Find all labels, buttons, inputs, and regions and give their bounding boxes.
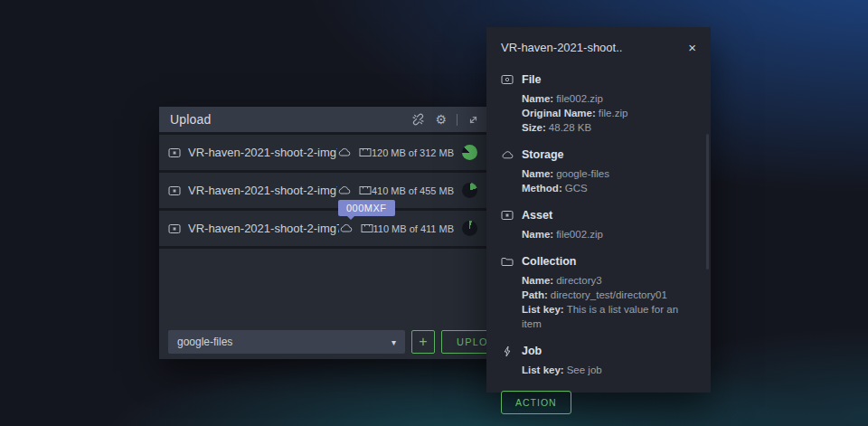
detail-panel-title: VR-haven-2021-shoot.. — [501, 41, 622, 54]
detail-panel: VR-haven-2021-shoot.. × File Name:file00… — [486, 27, 711, 393]
detail-field: Path:directory_test/directory01 — [501, 288, 696, 302]
section-header: Storage — [501, 148, 696, 161]
chevron-down-icon: ▾ — [392, 337, 396, 347]
file-name: VR-haven-2021-shoot-2-img7... — [188, 222, 339, 235]
progress-text: 110 MB of 411 MB — [373, 223, 454, 234]
expand-icon[interactable] — [467, 114, 479, 126]
detail-field: List key:This is a list value for an ite… — [501, 302, 696, 331]
tape-icon[interactable] — [361, 223, 373, 233]
section-header: Collection — [501, 255, 696, 268]
unlink-icon[interactable] — [411, 113, 425, 126]
progress-pie-icon — [462, 221, 477, 236]
section-header: Job — [501, 345, 696, 357]
section-file: File Name:file002.zip Original Name:file… — [501, 73, 696, 135]
cloud-icon[interactable] — [337, 185, 351, 195]
format-tooltip: 000MXF — [338, 200, 395, 216]
gear-icon[interactable]: ⚙ — [435, 113, 447, 126]
upload-panel: Upload ⚙ — [159, 107, 517, 359]
upload-row[interactable]: VR-haven-2021-shoot-2-img7... 110 MB of … — [159, 211, 517, 249]
detail-field: Size:48.28 KB — [501, 120, 696, 135]
detail-field: Method:GCS — [501, 181, 696, 195]
upload-row[interactable]: VR-haven-2021-shoot-2-img7... 120 MB of … — [159, 135, 517, 173]
toolbar-divider — [457, 114, 458, 126]
section-title: Job — [522, 345, 542, 357]
section-title: Storage — [522, 148, 564, 161]
section-title: Collection — [522, 255, 576, 268]
detail-field: Name:file002.zip — [501, 227, 696, 241]
detail-field: Name:directory3 — [501, 273, 696, 288]
add-storage-button[interactable]: + — [411, 330, 435, 354]
action-button[interactable]: ACTION — [501, 391, 571, 414]
cloud-icon[interactable] — [339, 223, 353, 233]
progress-pie-icon — [462, 145, 477, 160]
section-title: Asset — [522, 209, 552, 222]
detail-panel-header: VR-haven-2021-shoot.. × — [501, 41, 696, 54]
section-storage: Storage Name:google-files Method:GCS — [501, 148, 696, 195]
section-job: Job List key:See job — [501, 345, 696, 377]
asset-card-icon — [168, 147, 181, 158]
progress-text: 120 MB of 312 MB — [372, 147, 454, 158]
progress-pie-icon — [462, 183, 477, 198]
section-header: Asset — [501, 209, 696, 222]
storage-select[interactable]: google-files ▾ — [168, 330, 405, 354]
upload-panel-header: Upload ⚙ — [159, 107, 517, 132]
select-value: google-files — [177, 336, 232, 348]
section-asset: Asset Name:file002.zip — [501, 209, 696, 241]
section-collection: Collection Name:directory3 Path:director… — [501, 255, 696, 331]
file-name: VR-haven-2021-shoot-2-img7... — [188, 146, 337, 159]
cloud-icon[interactable] — [337, 147, 351, 157]
detail-field: Name:google-files — [501, 166, 696, 181]
panel-title: Upload — [170, 112, 212, 127]
tape-icon[interactable] — [359, 185, 372, 195]
tooltip-label: 000MXF — [346, 203, 387, 213]
progress-text: 410 MB of 455 MB — [372, 185, 454, 196]
section-header: File — [501, 73, 696, 86]
file-name: VR-haven-2021-shoot-2-img7... — [188, 184, 337, 197]
close-icon[interactable]: × — [688, 41, 696, 54]
detail-field: Name:file002.zip — [501, 91, 696, 106]
asset-card-icon — [501, 210, 514, 221]
folder-icon — [501, 257, 514, 267]
upload-list: VR-haven-2021-shoot-2-img7... 120 MB of … — [159, 132, 517, 249]
file-card-icon — [501, 74, 514, 85]
tape-icon[interactable] — [359, 147, 372, 157]
upload-footer: google-files ▾ + UPLOAD — [168, 330, 519, 354]
asset-card-icon — [168, 185, 181, 196]
cloud-icon — [501, 150, 514, 160]
job-bolt-icon — [501, 346, 514, 357]
detail-field: Original Name:file.zip — [501, 106, 696, 120]
section-title: File — [522, 73, 542, 86]
asset-card-icon — [168, 223, 181, 234]
scrollbar[interactable] — [706, 134, 709, 270]
detail-field: List key:See job — [501, 363, 696, 377]
